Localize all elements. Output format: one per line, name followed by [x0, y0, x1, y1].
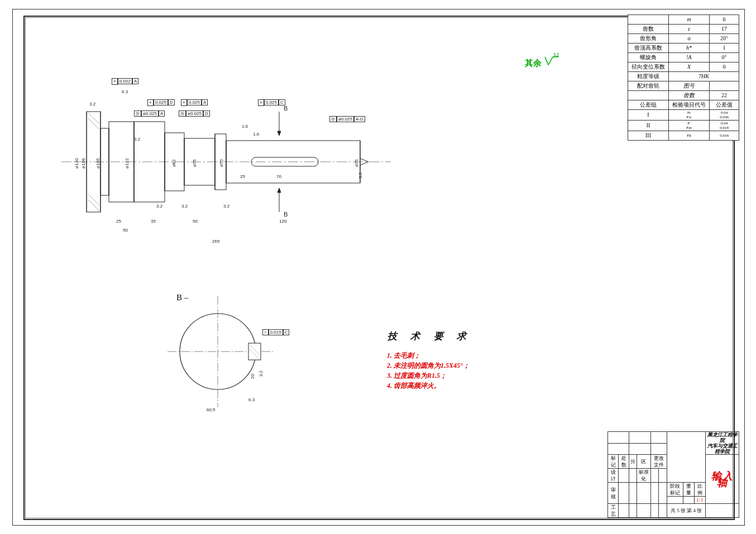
- cell: [628, 91, 669, 100]
- svg-line-9: [88, 113, 99, 124]
- surf: 1.6: [242, 124, 248, 129]
- section-view: =0.015C 20 3.2 6.3 60.5: [162, 296, 274, 424]
- cell: 公差值: [710, 100, 739, 110]
- dim: 50: [193, 219, 198, 224]
- dia: ⌀70: [219, 160, 224, 167]
- fcf: =0.015C: [262, 329, 289, 335]
- cell: II: [628, 121, 669, 131]
- cell: 设计: [608, 469, 619, 483]
- main-view: ⌖0.022A ⌖0.025D ⌖0.025A ⌖0.025C ◎⌀0.025A…: [67, 78, 385, 246]
- cell: III: [628, 131, 669, 141]
- fcf: ◎⌀0.025A: [134, 110, 165, 117]
- dim: 25: [116, 219, 121, 224]
- main-view-svg: [67, 78, 385, 246]
- surf: 3.2: [156, 204, 162, 209]
- fcf: ⌖0.025C: [258, 99, 285, 106]
- cell: I: [628, 110, 669, 121]
- cell: z: [669, 25, 710, 34]
- cell: [710, 81, 739, 91]
- cell: 齿数: [669, 91, 710, 100]
- cell: 7HK: [669, 72, 739, 81]
- cell: 齿顶高系数: [628, 44, 669, 53]
- cell: 审核: [608, 483, 619, 504]
- dia: ⌀75: [354, 160, 359, 167]
- note-item: 2. 未注明的圆角为1.5X45°；: [387, 360, 470, 371]
- svg-line-12: [88, 200, 99, 211]
- cell: 阶段标记: [667, 483, 683, 497]
- section-svg: [162, 296, 274, 424]
- sheet-count: 共 5 张 第 4 张: [667, 504, 706, 518]
- dim: 25: [240, 174, 245, 179]
- cell: !A: [669, 53, 710, 62]
- cell: 更改文件: [650, 455, 667, 469]
- cell: 0.040.036: [710, 110, 739, 121]
- dia: ⌀140: [74, 158, 79, 168]
- fcf: ⌖0.022A: [112, 78, 138, 85]
- cell: 径向变位系数: [628, 62, 669, 72]
- cell: 重量: [683, 483, 694, 497]
- svg-line-10: [88, 118, 99, 129]
- part-name: 输入轴: [706, 455, 739, 504]
- dim: 265: [212, 239, 219, 244]
- cell: 6: [710, 15, 739, 25]
- note-item: 1. 去毛刺；: [387, 350, 470, 360]
- surf: 3.2: [358, 172, 363, 179]
- page: 其余3.2 m6 齿数z17 齿形角α20° 齿顶高系数h*1 螺旋角!A0° …: [0, 0, 756, 534]
- cell: F'Fpt: [669, 121, 710, 131]
- surf: 3.2: [134, 137, 140, 142]
- fcf: ⌖0.025A: [181, 99, 208, 106]
- cell: α: [669, 34, 710, 44]
- cell: 齿形角: [628, 34, 669, 44]
- cell: 22: [710, 91, 739, 100]
- cell: 图号: [669, 81, 710, 91]
- cell: 齿数: [628, 25, 669, 34]
- cell: 20°: [710, 34, 739, 44]
- svg-line-11: [88, 194, 99, 205]
- cell: 螺旋角: [628, 53, 669, 62]
- dim: 60.5: [207, 407, 216, 412]
- cell: 0°: [710, 53, 739, 62]
- cell: 0.016: [710, 131, 739, 141]
- scale: 1:1: [694, 497, 705, 504]
- surf: 1.6: [253, 132, 259, 137]
- section-letter: B: [284, 211, 288, 218]
- cell: 工艺: [608, 504, 619, 518]
- cell: 区: [637, 455, 650, 469]
- cell: X: [669, 62, 710, 72]
- surf: 3.2: [89, 102, 95, 107]
- title-block: 黑龙江工程学院汽车与交通工程学院 标记处数分区更改文件 输入轴 设计标准化 审核…: [607, 431, 739, 518]
- cell: 标准化: [637, 469, 650, 483]
- note-item: 3. 过度圆角为R1.5；: [387, 371, 470, 381]
- dim: 120: [279, 219, 286, 224]
- cell: [628, 15, 669, 25]
- surf: 3.2: [223, 204, 229, 209]
- note-item: 4. 齿部高频淬火。: [387, 381, 470, 391]
- cell: 精度等级: [628, 72, 669, 81]
- surf: 6.3: [248, 397, 255, 402]
- fcf: ◎⌀0.025A-D: [329, 116, 365, 122]
- surf: 3.2: [259, 371, 264, 377]
- dim: 50: [123, 228, 128, 233]
- section-letter: B: [284, 105, 288, 112]
- institution: 黑龙江工程学院汽车与交通工程学院: [706, 432, 739, 455]
- dia: ⌀109: [81, 158, 86, 168]
- cell: Fβ: [669, 131, 710, 141]
- surface-symbol-icon: 3.2: [544, 56, 559, 68]
- cell: m: [669, 15, 710, 25]
- default-surface-finish: 其余3.2: [525, 56, 559, 69]
- cell: 检验项目代号: [669, 100, 710, 110]
- notes-title: 技 术 要 求: [387, 330, 472, 343]
- cell: 1: [710, 44, 739, 53]
- cell: 0.040.018: [710, 121, 739, 131]
- fcf: ◎⌀0.025D: [179, 110, 210, 117]
- dia: ⌀122: [125, 158, 130, 168]
- fcf: ⌖0.025D: [147, 99, 175, 106]
- dim: 20: [250, 374, 255, 379]
- dim: 35: [151, 219, 156, 224]
- dia: ⌀105: [95, 158, 101, 168]
- cell: 17: [710, 25, 739, 34]
- cell: 公差组: [628, 100, 669, 110]
- surface-value: 3.2: [553, 52, 559, 57]
- cell: 0: [710, 62, 739, 72]
- gear-parameter-table: m6 齿数z17 齿形角α20° 齿顶高系数h*1 螺旋角!A0° 径向变位系数…: [628, 15, 739, 141]
